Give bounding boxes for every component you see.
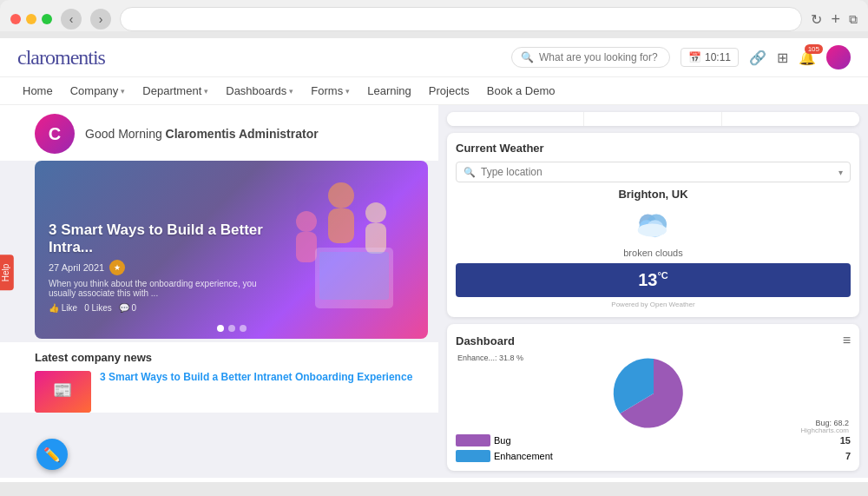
nav-item-home[interactable]: Home — [14, 77, 62, 104]
hero-title: 3 Smart Ways to Build a Better Intra... — [49, 222, 265, 256]
dashboard-card: Dashboard ≡ Enhance...: 31.8 % Bug: 68.2 — [447, 324, 859, 471]
weather-title: Current Weather — [456, 142, 851, 155]
nav-item-projects[interactable]: Projects — [420, 77, 478, 104]
weather-dropdown-icon[interactable]: ▾ — [838, 168, 843, 177]
company-logo: C — [35, 114, 75, 154]
weather-icon-area — [456, 206, 851, 244]
bug-count: 15 — [840, 435, 851, 446]
avatar[interactable] — [826, 45, 851, 69]
quick-item-eforms[interactable]: ✓ E-forms — [722, 112, 859, 126]
news-thumbnail: 📰 — [35, 371, 91, 413]
legend-color-bug — [456, 434, 490, 446]
nav-forward-button[interactable]: › — [90, 9, 111, 30]
nav-item-book-demo[interactable]: Book a Demo — [478, 77, 564, 104]
dashboard-title: Dashboard — [456, 334, 515, 347]
nav-item-forms[interactable]: Forms ▾ — [302, 77, 358, 104]
news-item: 📰 3 Smart Ways to Build a Better Intrane… — [35, 371, 428, 413]
link-icon-button[interactable]: 🔗 — [749, 50, 766, 66]
news-link[interactable]: 3 Smart Ways to Build a Better Intranet … — [100, 371, 412, 385]
dashboard-menu-button[interactable]: ≡ — [843, 333, 851, 348]
legend-color-enhancement — [456, 450, 490, 462]
edit-fab[interactable]: ✏️ — [36, 439, 68, 470]
window-button[interactable]: ⧉ — [849, 12, 858, 27]
search-icon: 🔍 — [521, 51, 534, 63]
latest-news-title: Latest company news — [35, 351, 428, 364]
chevron-down-icon-4: ▾ — [345, 87, 350, 96]
new-tab-button[interactable]: + — [831, 10, 840, 29]
enhancement-count: 7 — [845, 451, 851, 461]
right-panel: ▶ Onboarding Training ★ — [438, 105, 868, 478]
greeting-area: C Good Morning Claromentis Administrator — [0, 105, 438, 161]
weather-search-icon: 🔍 — [464, 167, 476, 178]
nav-item-department[interactable]: Department ▾ — [134, 77, 217, 104]
legend-item-enhancement: Enhancement 7 — [456, 450, 851, 462]
weather-credit: Powered by Open Weather — [456, 301, 851, 308]
greeting-name: Claromentis Administrator — [166, 127, 319, 141]
latest-news: Latest company news 📰 3 Smart Ways to Bu… — [0, 342, 438, 413]
greeting-text: Good Morning Claromentis Administrator — [85, 127, 319, 141]
onboarding-icon: ▶ — [500, 122, 531, 126]
legend-item-bug: Bug 15 — [456, 434, 851, 446]
search-input[interactable] — [539, 51, 661, 63]
svg-rect-7 — [319, 252, 389, 300]
hero-date: 27 April 2021 — [49, 262, 104, 273]
edit-icon: ✏️ — [43, 446, 61, 463]
traffic-light-green[interactable] — [42, 14, 52, 24]
weather-temperature: 13°C — [456, 263, 851, 297]
traffic-lights — [10, 14, 52, 24]
eforms-icon: ✓ — [775, 122, 806, 126]
nav-item-company[interactable]: Company ▾ — [62, 77, 135, 104]
weather-card: Current Weather 🔍 ▾ Brighton, UK — [447, 133, 859, 317]
svg-point-0 — [328, 182, 354, 208]
hero-banner: 3 Smart Ways to Build a Better Intra... … — [35, 161, 428, 339]
nav-item-learning[interactable]: Learning — [358, 77, 420, 104]
browser-chrome: ‹ › ↻ + ⧉ — [0, 0, 868, 31]
quick-access-grid: ▶ Onboarding Training ★ — [447, 112, 859, 126]
quick-item-badges[interactable]: ★ Badges — [584, 112, 721, 126]
chart-area: Enhance...: 31.8 % Bug: 68.2 Highcharts.… — [456, 352, 851, 434]
svg-text:📰: 📰 — [53, 380, 73, 400]
svg-point-35 — [637, 223, 666, 236]
svg-point-2 — [365, 202, 386, 223]
svg-rect-1 — [328, 208, 354, 243]
header-search: 🔍 — [511, 47, 670, 68]
top-header: claromentis 🔍 📅 10:11 🔗 ⊞ 🔔 105 — [0, 38, 868, 77]
traffic-light-red[interactable] — [10, 14, 21, 24]
highcharts-credit: Highcharts.com — [800, 427, 849, 434]
carousel-dot-2[interactable] — [228, 325, 235, 332]
hero-comments: 💬 0 — [119, 303, 136, 313]
logo: claromentis — [17, 46, 105, 69]
traffic-light-yellow[interactable] — [26, 14, 36, 24]
svg-rect-5 — [296, 232, 317, 262]
nav-bar: Home Company ▾ Department ▾ Dashboards ▾… — [0, 77, 868, 105]
nav-item-dashboards[interactable]: Dashboards ▾ — [217, 77, 302, 104]
notification-button[interactable]: 🔔 105 — [799, 50, 816, 66]
hero-description: When you think about the onboarding expe… — [49, 279, 265, 298]
calendar-icon: 📅 — [688, 51, 701, 63]
main-content: Help C Good Morning Claromentis Administ… — [0, 105, 868, 478]
notification-badge: 105 — [805, 44, 823, 54]
quick-item-onboarding[interactable]: ▶ Onboarding Training — [447, 112, 584, 126]
carousel-dot-3[interactable] — [240, 325, 247, 332]
grid-icon-button[interactable]: ⊞ — [777, 50, 788, 66]
address-bar[interactable] — [120, 7, 802, 31]
help-tab[interactable]: Help — [0, 255, 14, 291]
reload-button[interactable]: ↻ — [811, 11, 822, 28]
left-panel: Help C Good Morning Claromentis Administ… — [0, 105, 438, 478]
nav-back-button[interactable]: ‹ — [61, 9, 82, 30]
weather-location-input[interactable] — [481, 166, 833, 178]
chevron-down-icon-3: ▾ — [289, 87, 293, 96]
weather-location-display: Brighton, UK — [456, 188, 851, 201]
app-container: claromentis 🔍 📅 10:11 🔗 ⊞ 🔔 105 Home Com… — [0, 38, 868, 482]
svg-point-4 — [296, 211, 317, 232]
carousel-dot-1[interactable] — [217, 325, 224, 332]
hero-like-button[interactable]: 👍 Like — [49, 303, 77, 313]
dashboard-legend: Bug 15 Enhancement 7 — [456, 434, 851, 462]
hero-likes-count: 0 Likes — [84, 303, 112, 313]
chevron-down-icon: ▾ — [121, 87, 125, 96]
weather-description: broken clouds — [456, 248, 851, 258]
pie-label-enhance: Enhance...: 31.8 % — [457, 354, 523, 362]
badges-icon: ★ — [637, 122, 668, 126]
chevron-down-icon-2: ▾ — [204, 87, 208, 96]
time-display: 📅 10:11 — [681, 48, 739, 67]
